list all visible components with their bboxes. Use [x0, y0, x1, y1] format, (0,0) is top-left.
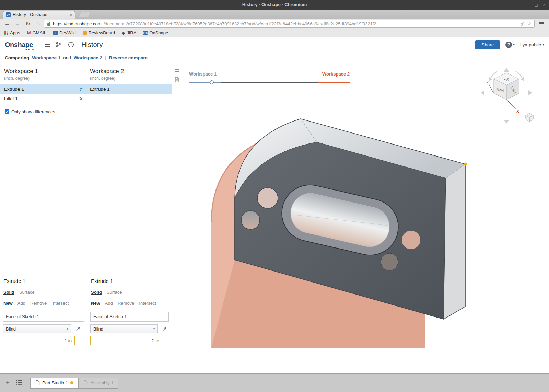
devwiki-icon: Z	[53, 31, 58, 35]
workspace2-link[interactable]: Workspace 2	[74, 55, 102, 60]
ws2-title: Workspace 2	[90, 68, 124, 75]
new-tab-button[interactable]	[78, 12, 91, 17]
feature-name-left: Extrude 1	[4, 84, 24, 94]
bookmark-onshape[interactable]: On OnShape	[143, 30, 168, 35]
remove-option[interactable]: Remove	[118, 301, 134, 306]
part-studio-view-icon[interactable]	[173, 76, 181, 84]
onshape-favicon-icon: On	[6, 12, 11, 17]
tab-assembly[interactable]: Assembly 1	[79, 378, 118, 389]
compare-row-fillet[interactable]: Fillet 1 >	[0, 94, 172, 104]
cube-arrow-left-icon[interactable]	[481, 90, 484, 95]
comparing-label: Comparing	[5, 55, 29, 60]
depth-input[interactable]	[3, 336, 75, 345]
bookmark-gmail[interactable]: M GMAIL	[27, 30, 46, 35]
bookmark-jira[interactable]: ◆ JIRA	[122, 30, 136, 35]
maximize-button[interactable]: □	[535, 2, 538, 8]
flip-arrow-icon	[75, 326, 81, 332]
browser-menu-button[interactable]	[536, 20, 546, 28]
forward-button[interactable]: →	[13, 20, 22, 28]
browser-toolbar: ← → ↻ ⌂ https://cad.onshape.com /documen…	[0, 19, 549, 29]
jira-icon: ◆	[122, 31, 125, 35]
help-button[interactable]: ? ▾	[505, 42, 515, 48]
workspace1-link[interactable]: Workspace 1	[32, 55, 60, 60]
intersect-option[interactable]: Intersect	[139, 301, 156, 306]
compare-slider[interactable]: Workspace 1 Workspace 2	[189, 68, 350, 86]
add-option[interactable]: Add	[105, 301, 113, 306]
cube-arrow-up-icon[interactable]	[504, 68, 509, 72]
share-button[interactable]: Share	[475, 40, 500, 49]
bookmark-label: JIRA	[127, 30, 136, 35]
body-type-row: Solid Surface	[0, 287, 87, 298]
address-bar[interactable]: https://cad.onshape.com /documents/a7220…	[44, 20, 535, 28]
close-button[interactable]: ×	[543, 2, 546, 8]
end-condition-dropdown[interactable]: Blind ▾	[90, 324, 158, 333]
conjunction-label: and	[63, 55, 71, 60]
flip-direction-button[interactable]	[161, 325, 169, 333]
minimize-button[interactable]: –	[527, 2, 529, 8]
remove-option[interactable]: Remove	[30, 301, 47, 306]
feature-list-icon[interactable]	[173, 66, 181, 74]
slider-label-workspace2[interactable]: Workspace 2	[322, 71, 350, 77]
onshape-icon: On	[143, 31, 148, 35]
surface-option[interactable]: Surface	[107, 290, 122, 295]
isometric-view-icon[interactable]	[526, 113, 533, 122]
tab-part-studio[interactable]: Part Studio 1	[30, 378, 79, 389]
chevron-down-icon: ▾	[542, 43, 544, 46]
browser-tabstrip: On History - Onshape ×	[0, 10, 549, 19]
only-differences-checkbox[interactable]	[5, 109, 9, 114]
ws1-units: (inch, degree)	[4, 76, 38, 81]
bookmark-star-icon[interactable]: ☆	[527, 21, 532, 26]
user-menu[interactable]: Ilya-public ▾	[520, 42, 544, 47]
flip-arrow-icon	[162, 326, 167, 332]
new-option[interactable]: New	[91, 301, 100, 306]
new-option[interactable]: New	[3, 301, 13, 306]
end-condition-row: Blind ▾	[90, 324, 169, 333]
tab-list-button[interactable]	[16, 380, 22, 387]
solid-option[interactable]: Solid	[3, 290, 14, 295]
bookmark-label: OnShape	[149, 30, 168, 35]
main-menu-icon[interactable]	[45, 43, 50, 47]
bookmark-devwiki[interactable]: Z DevWiki	[53, 30, 76, 35]
cube-arrow-down-icon[interactable]	[504, 120, 509, 124]
add-tab-button[interactable]: +	[4, 379, 11, 387]
only-differences-option[interactable]: Only show differences	[5, 109, 172, 114]
home-button[interactable]: ⌂	[34, 20, 43, 28]
browser-tab[interactable]: On History - Onshape ×	[3, 11, 75, 19]
gmail-icon: M	[27, 30, 31, 35]
dialog-title: Extrude 1	[0, 275, 87, 287]
surface-option[interactable]: Surface	[19, 290, 35, 295]
ghost-hole-circle	[402, 231, 420, 249]
axis-x-label: X	[516, 109, 519, 113]
bookmark-label: DevWiki	[59, 30, 76, 35]
compare-row-extrude[interactable]: Extrude 1 ≠ Extrude 1	[0, 84, 172, 94]
branch-icon[interactable]	[55, 41, 62, 48]
solid-option[interactable]: Solid	[91, 290, 102, 295]
intersect-option[interactable]: Intersect	[51, 301, 69, 306]
view-cube[interactable]: Top Front Right Z X	[475, 67, 535, 125]
hole-circle	[257, 188, 278, 208]
end-condition-dropdown[interactable]: Blind ▾	[3, 324, 71, 333]
hole-circle	[241, 211, 260, 229]
feature-name-right: Extrude 1	[90, 84, 110, 94]
window-titlebar: History - Onshape - Chromium – □ ×	[0, 0, 549, 10]
logo-beta-label: BETA	[25, 48, 34, 51]
selection-box[interactable]: Face of Sketch 1	[90, 312, 169, 322]
onshape-logo[interactable]: Onshape BETA	[5, 41, 34, 49]
history-icon[interactable]	[68, 41, 74, 48]
slider-label-workspace1[interactable]: Workspace 1	[189, 71, 217, 77]
tab-close-button[interactable]: ×	[70, 12, 72, 18]
document-tabs: Part Studio 1 Assembly 1	[30, 378, 118, 389]
slider-handle[interactable]	[210, 80, 214, 84]
bookmark-apps[interactable]: Apps	[4, 30, 20, 35]
depth-input[interactable]	[90, 336, 162, 345]
cube-arrow-right-icon[interactable]	[528, 90, 532, 95]
selection-box[interactable]: Face of Sketch 1	[3, 312, 84, 322]
bookmark-reviewboard[interactable]: ReviewBoard	[83, 30, 115, 35]
reverse-compare-link[interactable]: Reverse compare	[109, 55, 148, 60]
add-option[interactable]: Add	[17, 301, 25, 306]
flip-direction-button[interactable]	[74, 325, 82, 333]
key-icon[interactable]	[520, 21, 525, 26]
back-button[interactable]: ←	[3, 20, 12, 28]
reload-button[interactable]: ↻	[23, 20, 32, 28]
viewport[interactable]: Workspace 1 Workspace 2 Top Front Right	[182, 64, 549, 373]
